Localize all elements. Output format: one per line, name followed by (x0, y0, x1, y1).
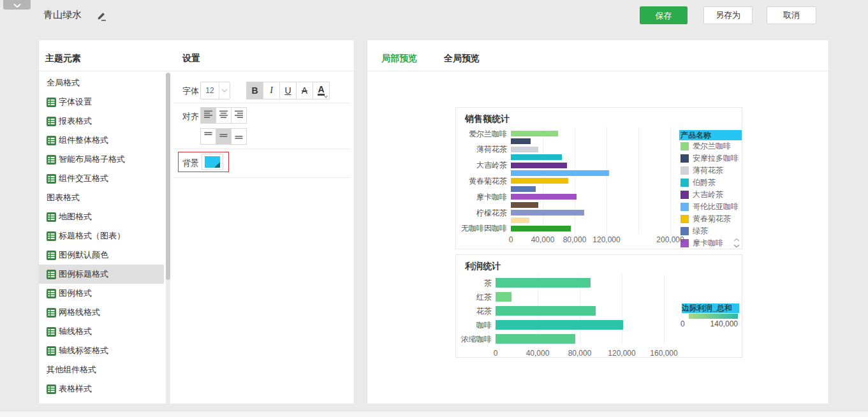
font-color-button[interactable]: A (313, 82, 330, 99)
legend-label: 薄荷花茶 (693, 165, 723, 176)
bold-button[interactable]: B (246, 82, 263, 99)
x-axis-tick: 200,000 (656, 235, 684, 244)
legend-label: 摩卡咖啡 (693, 238, 723, 249)
sidebar-item[interactable]: 智能布局格子格式 (39, 150, 164, 169)
elements-scrollbar[interactable] (166, 73, 170, 404)
list-item-icon (47, 384, 56, 394)
category-label: 茶 (456, 278, 492, 289)
settings-heading: 设置 (182, 53, 200, 64)
bar (511, 194, 577, 200)
sidebar-item[interactable]: 字体设置 (39, 92, 164, 112)
valign-middle-button[interactable] (216, 128, 232, 145)
chevron-down-icon (219, 82, 230, 99)
chevron-down-icon (324, 90, 328, 100)
vertical-align-group (200, 128, 247, 145)
legend-swatch (680, 227, 689, 235)
legend-swatch (680, 191, 689, 199)
align-center-icon (219, 110, 228, 121)
sidebar-item[interactable]: 标题格式（图表） (39, 226, 164, 245)
theme-title: 青山绿水 (43, 9, 82, 21)
sidebar-item[interactable]: 网格线格式 (39, 303, 164, 322)
sidebar-item-label: 智能布局格子格式 (59, 154, 125, 165)
align-center-button[interactable] (216, 107, 232, 124)
scrollbar-thumb[interactable] (166, 73, 170, 280)
divider (39, 71, 354, 71)
legend-item: 薄荷花茶 (679, 166, 723, 175)
sidebar-group-item[interactable]: 其他组件格式 (39, 360, 164, 379)
tab-global-preview[interactable]: 全局预览 (444, 53, 480, 64)
bar (496, 278, 591, 288)
valign-bottom-button[interactable] (231, 128, 247, 145)
legend-swatch (680, 215, 689, 223)
legend-label: 黄春菊花茶 (693, 214, 731, 224)
sidebar-item-label: 轴线标签格式 (59, 345, 108, 356)
align-right-button[interactable] (231, 107, 247, 124)
list-item-icon (47, 346, 56, 356)
bar (511, 217, 529, 223)
bar (511, 226, 571, 231)
sidebar-group-item[interactable]: 全局格式 (39, 73, 164, 92)
divider (367, 71, 828, 71)
chart-title: 利润统计 (465, 261, 501, 272)
category-label: 大吉岭茶 (456, 160, 507, 171)
align-left-icon (203, 110, 213, 121)
save-button[interactable]: 保存 (640, 6, 688, 24)
legend-max-value: 140,000 (705, 319, 738, 328)
category-label: 咖啡 (456, 320, 492, 331)
legend-label: 绿茶 (693, 226, 708, 237)
italic-button[interactable]: I (263, 82, 280, 99)
legend-label: 安摩拉多咖啡 (693, 153, 739, 164)
sidebar-item[interactable]: 地图格式 (39, 207, 164, 226)
valign-middle-icon (219, 131, 228, 142)
align-left-button[interactable] (200, 107, 216, 124)
legend-item: 哥伦比亚咖啡 (679, 202, 739, 211)
legend-label: 哥伦比亚咖啡 (693, 201, 739, 212)
legend-swatch (680, 142, 689, 150)
bar (496, 306, 596, 316)
bar (511, 131, 558, 136)
sidebar-item-label: 报表格式 (59, 115, 92, 127)
legend-min-value: 0 (680, 319, 685, 328)
category-label: 摩卡咖啡 (456, 192, 507, 203)
sidebar-item[interactable]: 轴线标签格式 (39, 341, 164, 360)
legend-label: 爱尔兰咖啡 (693, 141, 731, 152)
background-label: 背景 (182, 157, 199, 169)
cancel-button[interactable]: 取消 (767, 6, 816, 24)
legend-scroll-arrows[interactable] (733, 237, 740, 251)
sidebar-item-label: 图例默认颜色 (59, 249, 108, 261)
sidebar-item[interactable]: 表格样式 (39, 379, 164, 399)
valign-top-button[interactable] (200, 128, 216, 145)
font-size-select[interactable]: 12 (200, 82, 230, 99)
tab-local-preview[interactable]: 局部预览 (381, 53, 417, 64)
sidebar-item[interactable]: 轴线格式 (39, 322, 164, 341)
divider (174, 149, 350, 149)
category-label: 浓缩咖啡 (456, 334, 492, 345)
category-label: 黄春菊花茶 (456, 176, 507, 187)
list-item-icon (47, 98, 56, 107)
x-axis-tick: 120,000 (608, 349, 635, 358)
legend-swatch (680, 203, 689, 211)
list-item-icon (47, 308, 56, 318)
sidebar-item-label: 图例格式 (59, 288, 92, 299)
legend-item: 伯爵茶 (679, 178, 716, 187)
collapse-tab[interactable] (3, 0, 31, 10)
sidebar-item[interactable]: 组件整体格式 (39, 131, 164, 150)
underline-button[interactable]: U (279, 82, 297, 99)
gridline (607, 127, 607, 234)
sidebar-item[interactable]: 图例格式 (39, 284, 164, 303)
sidebar-item[interactable]: 组件交互格式 (39, 169, 164, 188)
sidebar-group-item[interactable]: 图表格式 (39, 188, 164, 207)
preview-panel: 局部预览 全局预览 销售额统计 产品名称 爱尔兰咖啡安摩拉多咖啡薄荷花茶伯爵茶大… (367, 40, 829, 404)
sidebar-item[interactable]: 图例默认颜色 (39, 245, 164, 265)
edit-title-icon[interactable] (96, 10, 107, 22)
strikethrough-button[interactable]: A (296, 82, 313, 99)
background-color-picker[interactable] (202, 154, 223, 170)
bar (511, 202, 538, 208)
sidebar-item[interactable]: 报表格式 (39, 112, 164, 131)
sidebar-item-label: 图例标题格式 (59, 268, 108, 280)
save-as-button[interactable]: 另存为 (703, 6, 753, 24)
topbar: 青山绿水 保存 另存为 取消 (0, 0, 868, 31)
legend-swatch (680, 166, 689, 175)
list-item-icon (47, 117, 56, 126)
sidebar-item[interactable]: 图例标题格式 (39, 265, 164, 284)
